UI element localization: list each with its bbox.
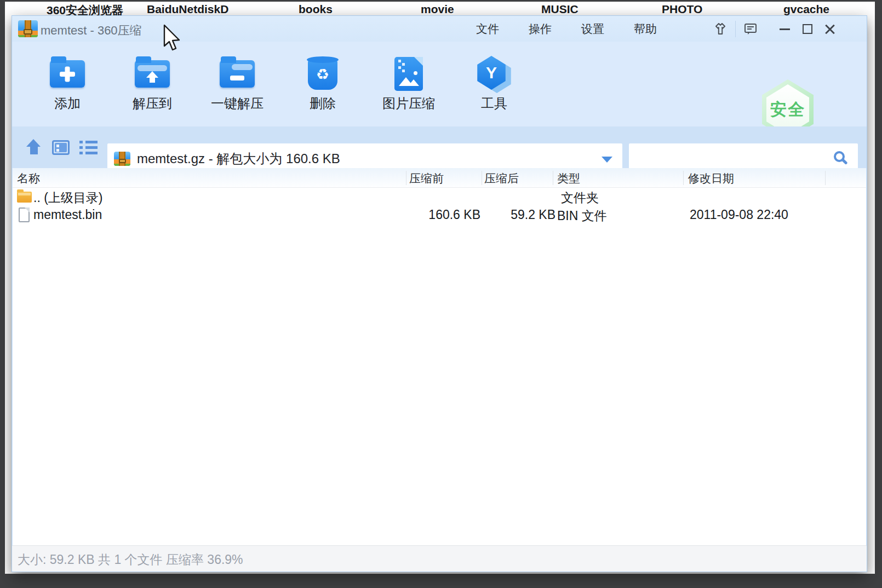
- feedback-button[interactable]: [740, 20, 761, 38]
- maximize-button[interactable]: [799, 20, 816, 38]
- feedback-icon: [743, 21, 758, 37]
- close-icon: [824, 23, 836, 35]
- search-input[interactable]: [634, 146, 826, 171]
- extract-folder-icon: [135, 60, 170, 88]
- toolbar-tools-label: 工具: [453, 95, 535, 112]
- row-name: .. (上级目录): [33, 189, 103, 206]
- titlebar[interactable]: memtest - 360压缩 文件 操作 设置 帮助: [12, 16, 867, 42]
- menu-help[interactable]: 帮助: [619, 16, 672, 42]
- file-icon: [19, 207, 30, 222]
- column-header-type[interactable]: 类型: [557, 171, 580, 186]
- theme-skin-button[interactable]: [710, 20, 731, 38]
- tshirt-icon: [713, 21, 728, 37]
- menubar: 文件 操作 设置 帮助: [461, 16, 672, 42]
- menu-settings[interactable]: 设置: [566, 16, 619, 42]
- toolbar-extract-to-label: 解压到: [111, 95, 193, 112]
- toolbar-image-compress-label: 图片压缩: [368, 95, 450, 112]
- archive-file-icon: [114, 152, 130, 166]
- minimize-button[interactable]: [776, 20, 793, 38]
- list-view-button[interactable]: [77, 136, 99, 158]
- column-separator[interactable]: [683, 171, 684, 185]
- toolbar-tools-button[interactable]: Y 工具: [453, 55, 535, 125]
- search-icon[interactable]: [834, 151, 845, 162]
- minimize-icon: [780, 28, 790, 30]
- toolbar-add-label: 添加: [26, 95, 108, 112]
- address-dropdown-icon[interactable]: [602, 157, 612, 163]
- table-row-parent-directory[interactable]: .. (上级目录) 文件夹: [13, 188, 866, 206]
- preview-pane-icon: [52, 140, 70, 155]
- maximize-icon: [803, 24, 812, 34]
- safety-badge-label: 安全: [770, 99, 805, 121]
- up-directory-button[interactable]: [22, 136, 44, 158]
- column-separator[interactable]: [825, 171, 826, 185]
- column-header-name[interactable]: 名称: [17, 171, 40, 186]
- status-text: 大小: 59.2 KB 共 1 个文件 压缩率 36.9%: [18, 551, 243, 568]
- file-list: 名称 压缩前 压缩后 类型 修改日期 .. (上级目录) 文件夹 memtest…: [13, 168, 866, 545]
- app-icon: [18, 20, 38, 37]
- column-separator[interactable]: [406, 171, 406, 185]
- column-separator[interactable]: [553, 171, 553, 185]
- row-modified: 2011-09-08 22:40: [690, 207, 788, 222]
- menu-file[interactable]: 文件: [461, 16, 514, 42]
- add-folder-icon: [50, 60, 85, 88]
- desktop-icon-label[interactable]: MUSIC: [541, 3, 579, 16]
- toolbar-one-click-extract-label: 一键解压: [196, 95, 278, 112]
- trash-icon: ♻: [308, 58, 337, 90]
- toolbar-extract-to-button[interactable]: 解压到: [111, 55, 193, 125]
- column-separator[interactable]: [482, 171, 482, 185]
- table-row-memtest-bin[interactable]: memtest.bin 160.6 KB 59.2 KB BIN 文件 2011…: [13, 206, 866, 224]
- one-click-extract-icon: [220, 60, 255, 88]
- preview-pane-button[interactable]: [50, 136, 72, 158]
- list-view-icon: [79, 141, 98, 154]
- row-size-after: 59.2 KB: [484, 207, 555, 222]
- mouse-cursor: [162, 24, 184, 53]
- toolbar-add-button[interactable]: 添加: [26, 55, 108, 125]
- row-type: BIN 文件: [557, 207, 607, 224]
- toolbar: 添加 解压到 一键解压 ♻ 删除 图片压缩: [12, 42, 867, 126]
- app-window: memtest - 360压缩 文件 操作 设置 帮助: [12, 15, 867, 572]
- column-header-before[interactable]: 压缩前: [409, 171, 444, 186]
- window-title: memtest - 360压缩: [41, 22, 142, 39]
- up-arrow-icon: [26, 139, 41, 155]
- close-button[interactable]: [821, 20, 839, 38]
- path-row: memtest.gz - 解包大小为 160.6 KB: [12, 126, 867, 168]
- address-text: memtest.gz - 解包大小为 160.6 KB: [137, 150, 340, 168]
- desktop-icon-label[interactable]: movie: [421, 3, 454, 16]
- image-compress-icon: [394, 57, 423, 91]
- column-header-after[interactable]: 压缩后: [484, 171, 519, 186]
- toolbar-image-compress-button[interactable]: 图片压缩: [368, 55, 450, 125]
- toolbar-one-click-extract-button[interactable]: 一键解压: [196, 55, 278, 125]
- desktop-icon-label[interactable]: BaiduNetdiskD: [147, 3, 228, 16]
- toolbar-delete-button[interactable]: ♻ 删除: [282, 55, 364, 125]
- titlebar-divider: [735, 21, 736, 37]
- menu-actions[interactable]: 操作: [514, 16, 566, 42]
- desktop-icon-label[interactable]: gvcache: [783, 3, 829, 16]
- toolbar-delete-label: 删除: [282, 95, 364, 112]
- desktop-icon-label[interactable]: PHOTO: [662, 3, 702, 16]
- row-name: memtest.bin: [33, 207, 102, 222]
- screenshot-root: 360安全浏览器 BaiduNetdiskD books movie MUSIC…: [0, 0, 882, 588]
- list-header: 名称 压缩前 压缩后 类型 修改日期: [13, 168, 866, 188]
- row-size-before: 160.6 KB: [409, 207, 480, 222]
- folder-icon: [17, 192, 32, 203]
- column-header-modified[interactable]: 修改日期: [688, 171, 734, 186]
- row-type: 文件夹: [561, 189, 599, 206]
- status-bar: 大小: 59.2 KB 共 1 个文件 压缩率 36.9%: [12, 545, 867, 572]
- desktop-icon-label[interactable]: books: [299, 3, 333, 16]
- tools-icon: Y: [475, 56, 513, 92]
